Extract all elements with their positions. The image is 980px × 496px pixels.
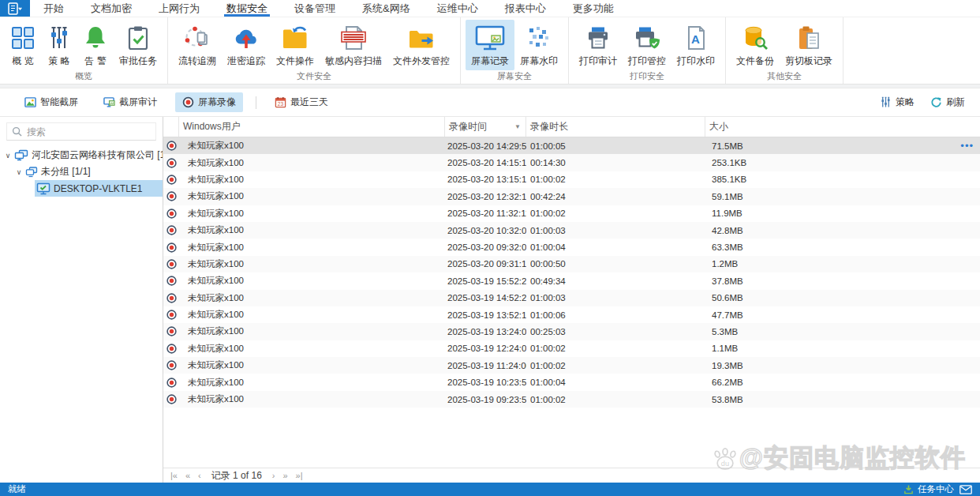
table-row[interactable]: 未知玩家x1002025-03-19 11:24:0001:00:0219.3M… xyxy=(163,357,980,374)
ribbon-button-overview[interactable]: 概 览 xyxy=(5,20,41,70)
cell-record-time: 2025-03-19 13:24:05 xyxy=(445,327,526,336)
chevron-down-icon[interactable]: ∨ xyxy=(3,152,13,160)
ribbon-button-content-scan[interactable]: 敏感内容扫描 xyxy=(320,20,387,70)
table-row[interactable]: 未知玩家x1002025-03-20 09:32:0301:00:0463.3M… xyxy=(163,239,980,255)
table-row[interactable]: 未知玩家x1002025-03-19 12:24:0301:00:021.1MB xyxy=(163,340,980,357)
toolbar-button-smart-capture[interactable]: 智能截屏 xyxy=(17,92,85,112)
record-dot-icon xyxy=(166,209,177,219)
search-input[interactable] xyxy=(27,126,151,137)
ribbon-button-file-outgoing[interactable]: 文件外发管控 xyxy=(387,20,455,70)
ribbon-button-flow-trace[interactable]: 流转追溯 xyxy=(173,20,222,70)
table-row[interactable]: 未知玩家x1002025-03-19 15:52:2700:49:3437.8M… xyxy=(163,272,980,289)
tree-node-selected[interactable]: DESKTOP-VLKTLE1 xyxy=(0,180,163,197)
chevron-down-icon[interactable]: ∨ xyxy=(14,168,24,176)
menu-tab-6[interactable]: 系统&网络 xyxy=(349,0,424,17)
column-header-Windows用户[interactable]: Windows用户 xyxy=(179,117,445,137)
ribbon-button-label: 屏幕记录 xyxy=(471,54,509,68)
table-row[interactable]: 未知玩家x1002025-03-19 13:24:0500:25:035.3MB xyxy=(163,323,980,340)
ribbon-button-print-audit[interactable]: 打印审计 xyxy=(574,20,623,70)
table-row[interactable]: 未知玩家x1002025-03-19 13:52:1701:00:0647.7M… xyxy=(163,306,980,323)
cell-record-time: 2025-03-20 09:31:12 xyxy=(445,259,526,269)
main-area: ∨河北安固云网络科技有限公司 [1/1]∨未分组 [1/1]DESKTOP-VL… xyxy=(0,117,980,483)
paw-badge-icon: du xyxy=(713,446,738,470)
column-header-录像时间[interactable]: 录像时间▼ xyxy=(445,117,526,137)
cell-size: 47.7MB xyxy=(705,310,980,320)
toolbar-button-label: 截屏审计 xyxy=(119,96,157,109)
menu-tab-3[interactable]: 上网行为 xyxy=(145,0,213,17)
menu-tab-2[interactable]: 文档加密 xyxy=(77,0,145,17)
record-dot-icon xyxy=(166,344,177,354)
toolbar: 智能截屏截屏审计屏幕录像23最近三天 策略刷新 xyxy=(0,88,980,117)
tree-node-level1[interactable]: ∨未分组 [1/1] xyxy=(0,163,163,180)
menu-tab-5[interactable]: 设备管理 xyxy=(281,0,349,17)
record-cell xyxy=(163,310,179,320)
ribbon-button-screen-watermark[interactable]: 屏幕水印 xyxy=(514,20,563,70)
pager-next-button[interactable]: › xyxy=(270,471,278,480)
table-row[interactable]: 未知玩家x1002025-03-20 14:29:5901:00:0571.5M… xyxy=(163,137,980,154)
table-row[interactable]: 未知玩家x1002025-03-20 13:15:1401:00:02385.1… xyxy=(163,171,980,188)
toolbar-button-screen-video[interactable]: 屏幕录像 xyxy=(175,92,243,112)
overview-icon xyxy=(10,23,36,53)
tree-node-content: 河北安固云网络科技有限公司 [1/1] xyxy=(13,147,163,163)
file-ops-icon xyxy=(282,23,309,53)
ribbon-button-label: 流转追溯 xyxy=(178,54,216,68)
cell-record-duration: 01:00:02 xyxy=(526,361,705,370)
ribbon-button-file-backup[interactable]: 文件备份 xyxy=(731,20,780,70)
ribbon-button-leak-trace[interactable]: 泄密追踪 xyxy=(222,20,271,70)
pager-last-button[interactable]: »| xyxy=(294,471,305,480)
table-row[interactable]: 未知玩家x1002025-03-20 09:31:1200:00:501.2MB xyxy=(163,256,980,272)
table-row[interactable]: 未知玩家x1002025-03-19 14:52:2401:00:0350.6M… xyxy=(163,290,980,306)
column-header-label: 大小 xyxy=(709,120,728,133)
computer-icon xyxy=(36,182,50,195)
menu-tab-1[interactable]: 开始 xyxy=(30,0,77,17)
ribbon-button-print-control[interactable]: 打印管控 xyxy=(623,20,671,70)
policy-icon xyxy=(47,23,72,53)
cell-record-time: 2025-03-20 09:32:03 xyxy=(445,242,526,252)
cell-windows-user: 未知玩家x100 xyxy=(179,157,445,169)
menu-tab-7[interactable]: 运维中心 xyxy=(424,0,492,17)
record-dot-icon xyxy=(166,191,177,201)
menu-tab-8[interactable]: 报表中心 xyxy=(492,0,559,17)
column-header-录像时长[interactable]: 录像时长 xyxy=(526,117,705,137)
table-row[interactable]: 未知玩家x1002025-03-19 10:23:5601:00:0466.2M… xyxy=(163,374,980,390)
ribbon-button-file-ops[interactable]: 文件操作 xyxy=(271,20,320,70)
toolbar-button-capture-audit[interactable]: 截屏审计 xyxy=(96,92,164,112)
cell-record-duration: 01:00:02 xyxy=(526,395,705,404)
menu-tab-4[interactable]: 数据安全 xyxy=(213,0,281,17)
tree-node-label: 未分组 [1/1] xyxy=(41,165,91,178)
cell-windows-user: 未知玩家x100 xyxy=(179,242,445,254)
toolbar-button-calendar[interactable]: 23最近三天 xyxy=(267,92,335,112)
column-header-大小[interactable]: 大小 xyxy=(705,117,980,137)
cell-windows-user: 未知玩家x100 xyxy=(179,190,445,202)
pager-fast-next-button[interactable]: » xyxy=(280,471,290,480)
ribbon-button-screen-record[interactable]: 屏幕记录 xyxy=(466,20,514,70)
table-row[interactable]: 未知玩家x1002025-03-20 11:32:1101:00:0211.9M… xyxy=(163,205,980,222)
ribbon-button-alert-bell[interactable]: 告 警 xyxy=(77,20,114,70)
pager-fast-prev-button[interactable]: « xyxy=(183,471,193,480)
ribbon-button-approval-task[interactable]: 审批任务 xyxy=(114,20,163,70)
ribbon-button-print-watermark[interactable]: A打印水印 xyxy=(671,20,720,70)
pager-first-button[interactable]: |« xyxy=(168,471,180,480)
tree-node-level0[interactable]: ∨河北安固云网络科技有限公司 [1/1] xyxy=(0,147,163,163)
table-row[interactable]: 未知玩家x1002025-03-20 12:32:1300:42:2459.1M… xyxy=(163,188,980,205)
table-row[interactable]: 未知玩家x1002025-03-20 14:15:1600:14:30253.1… xyxy=(163,154,980,171)
row-more-button[interactable]: ••• xyxy=(960,137,974,154)
filter-arrow-icon[interactable]: ▼ xyxy=(514,123,521,130)
record-cell xyxy=(163,158,179,168)
table-row[interactable]: 未知玩家x1002025-03-19 09:23:5301:00:0253.8M… xyxy=(163,391,980,408)
cell-size: 66.2MB xyxy=(705,378,980,387)
message-icon[interactable] xyxy=(959,485,972,494)
app-menu-button[interactable] xyxy=(0,0,30,17)
ribbon-button-policy[interactable]: 策 略 xyxy=(41,20,77,70)
record-cell xyxy=(163,276,179,286)
toolbar-button-refresh[interactable]: 刷新 xyxy=(926,92,969,112)
menu-tab-9[interactable]: 更多功能 xyxy=(559,0,627,17)
task-center-button[interactable]: 任务中心 xyxy=(903,483,954,495)
ribbon-button-clipboard-record[interactable]: 剪切板记录 xyxy=(780,20,838,70)
svg-text:23: 23 xyxy=(278,101,284,107)
ribbon-button-label: 剪切板记录 xyxy=(785,54,832,68)
pager-prev-button[interactable]: ‹ xyxy=(196,471,204,480)
toolbar-button-policy-small[interactable]: 策略 xyxy=(876,92,918,112)
search-icon xyxy=(12,126,22,137)
table-row[interactable]: 未知玩家x1002025-03-20 10:32:0701:00:0342.8M… xyxy=(163,222,980,239)
